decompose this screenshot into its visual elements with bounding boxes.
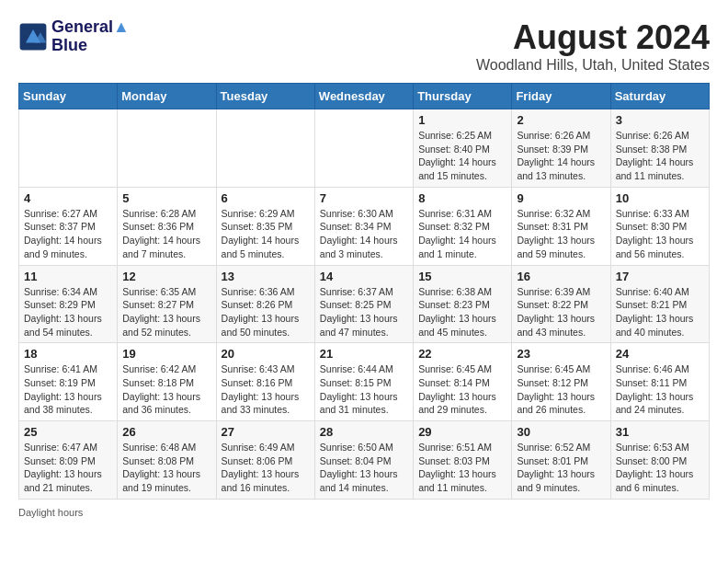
day-info: Sunrise: 6:39 AMSunset: 8:22 PMDaylight:…: [517, 285, 605, 339]
calendar-cell: 19Sunrise: 6:42 AMSunset: 8:18 PMDayligh…: [118, 343, 216, 421]
day-info: Sunrise: 6:47 AMSunset: 8:09 PMDaylight:…: [24, 441, 112, 495]
calendar-cell: [216, 109, 314, 188]
day-number: 11: [24, 270, 112, 283]
calendar-cell: 5Sunrise: 6:28 AMSunset: 8:36 PMDaylight…: [118, 187, 216, 265]
day-number: 19: [122, 347, 210, 361]
day-number: 20: [222, 347, 310, 361]
day-number: 14: [320, 270, 408, 283]
calendar-cell: 26Sunrise: 6:48 AMSunset: 8:08 PMDayligh…: [118, 421, 216, 500]
calendar-cell: 18Sunrise: 6:41 AMSunset: 8:19 PMDayligh…: [19, 343, 118, 421]
day-info: Sunrise: 6:37 AMSunset: 8:25 PMDaylight:…: [320, 285, 408, 339]
day-info: Sunrise: 6:45 AMSunset: 8:14 PMDaylight:…: [418, 362, 506, 417]
day-info: Sunrise: 6:30 AMSunset: 8:34 PMDaylight:…: [320, 207, 408, 261]
calendar-header-friday: Friday: [512, 84, 610, 109]
day-info: Sunrise: 6:33 AMSunset: 8:30 PMDaylight:…: [616, 207, 704, 261]
footer-note: Daylight hours: [18, 507, 710, 518]
calendar-cell: 16Sunrise: 6:39 AMSunset: 8:22 PMDayligh…: [512, 265, 610, 343]
day-number: 1: [418, 113, 506, 127]
day-number: 15: [418, 270, 506, 283]
day-number: 21: [320, 347, 408, 361]
day-info: Sunrise: 6:52 AMSunset: 8:01 PMDaylight:…: [517, 441, 605, 495]
day-info: Sunrise: 6:26 AMSunset: 8:38 PMDaylight:…: [616, 129, 704, 183]
calendar-header-saturday: Saturday: [610, 84, 709, 109]
day-info: Sunrise: 6:32 AMSunset: 8:31 PMDaylight:…: [517, 207, 605, 261]
calendar-cell: 10Sunrise: 6:33 AMSunset: 8:30 PMDayligh…: [610, 187, 709, 265]
calendar-cell: 2Sunrise: 6:26 AMSunset: 8:39 PMDaylight…: [512, 109, 610, 188]
day-info: Sunrise: 6:29 AMSunset: 8:35 PMDaylight:…: [222, 207, 310, 261]
day-info: Sunrise: 6:51 AMSunset: 8:03 PMDaylight:…: [418, 441, 506, 495]
calendar-cell: 29Sunrise: 6:51 AMSunset: 8:03 PMDayligh…: [414, 421, 512, 500]
day-info: Sunrise: 6:41 AMSunset: 8:19 PMDaylight:…: [24, 362, 112, 417]
day-info: Sunrise: 6:49 AMSunset: 8:06 PMDaylight:…: [222, 441, 310, 495]
calendar-cell: 31Sunrise: 6:53 AMSunset: 8:00 PMDayligh…: [610, 421, 709, 500]
day-number: 5: [122, 191, 210, 205]
logo-text: General▲ Blue: [51, 18, 130, 55]
calendar-cell: 9Sunrise: 6:32 AMSunset: 8:31 PMDaylight…: [512, 187, 610, 265]
main-title: August 2024: [476, 18, 710, 57]
day-number: 30: [517, 425, 605, 439]
day-number: 26: [122, 425, 210, 439]
day-number: 22: [418, 347, 506, 361]
logo: General▲ Blue: [18, 18, 130, 55]
day-info: Sunrise: 6:25 AMSunset: 8:40 PMDaylight:…: [418, 129, 506, 183]
day-info: Sunrise: 6:31 AMSunset: 8:32 PMDaylight:…: [418, 207, 506, 261]
calendar-cell: 7Sunrise: 6:30 AMSunset: 8:34 PMDaylight…: [314, 187, 413, 265]
calendar-header-thursday: Thursday: [414, 84, 512, 109]
calendar-header-tuesday: Tuesday: [216, 84, 314, 109]
day-number: 24: [616, 347, 704, 361]
calendar-cell: 24Sunrise: 6:46 AMSunset: 8:11 PMDayligh…: [610, 343, 709, 421]
calendar-cell: 20Sunrise: 6:43 AMSunset: 8:16 PMDayligh…: [216, 343, 314, 421]
day-info: Sunrise: 6:53 AMSunset: 8:00 PMDaylight:…: [616, 441, 704, 495]
day-number: 4: [24, 191, 112, 205]
calendar-week-4: 25Sunrise: 6:47 AMSunset: 8:09 PMDayligh…: [19, 421, 710, 500]
day-info: Sunrise: 6:36 AMSunset: 8:26 PMDaylight:…: [222, 285, 310, 339]
calendar-week-3: 18Sunrise: 6:41 AMSunset: 8:19 PMDayligh…: [19, 343, 710, 421]
day-info: Sunrise: 6:42 AMSunset: 8:18 PMDaylight:…: [122, 362, 210, 417]
day-info: Sunrise: 6:44 AMSunset: 8:15 PMDaylight:…: [320, 362, 408, 417]
day-number: 6: [222, 191, 310, 205]
calendar-header-sunday: Sunday: [19, 84, 118, 109]
title-area: August 2024 Woodland Hills, Utah, United…: [476, 18, 710, 74]
calendar-cell: 22Sunrise: 6:45 AMSunset: 8:14 PMDayligh…: [414, 343, 512, 421]
calendar-cell: 11Sunrise: 6:34 AMSunset: 8:29 PMDayligh…: [19, 265, 118, 343]
day-number: 28: [320, 425, 408, 439]
day-info: Sunrise: 6:28 AMSunset: 8:36 PMDaylight:…: [122, 207, 210, 261]
calendar-header-wednesday: Wednesday: [314, 84, 413, 109]
day-info: Sunrise: 6:43 AMSunset: 8:16 PMDaylight:…: [222, 362, 310, 417]
calendar-header-row: SundayMondayTuesdayWednesdayThursdayFrid…: [19, 84, 710, 109]
day-number: 3: [616, 113, 704, 127]
calendar-cell: 14Sunrise: 6:37 AMSunset: 8:25 PMDayligh…: [314, 265, 413, 343]
calendar-cell: [118, 109, 216, 188]
day-number: 18: [24, 347, 112, 361]
day-info: Sunrise: 6:50 AMSunset: 8:04 PMDaylight:…: [320, 441, 408, 495]
header: General▲ Blue August 2024 Woodland Hills…: [18, 18, 710, 74]
calendar-cell: 28Sunrise: 6:50 AMSunset: 8:04 PMDayligh…: [314, 421, 413, 500]
calendar-cell: 30Sunrise: 6:52 AMSunset: 8:01 PMDayligh…: [512, 421, 610, 500]
calendar-header-monday: Monday: [118, 84, 216, 109]
calendar-cell: 27Sunrise: 6:49 AMSunset: 8:06 PMDayligh…: [216, 421, 314, 500]
day-number: 23: [517, 347, 605, 361]
day-info: Sunrise: 6:48 AMSunset: 8:08 PMDaylight:…: [122, 441, 210, 495]
calendar-cell: 21Sunrise: 6:44 AMSunset: 8:15 PMDayligh…: [314, 343, 413, 421]
day-number: 17: [616, 270, 704, 283]
calendar-cell: 25Sunrise: 6:47 AMSunset: 8:09 PMDayligh…: [19, 421, 118, 500]
calendar-cell: 1Sunrise: 6:25 AMSunset: 8:40 PMDaylight…: [414, 109, 512, 188]
day-number: 16: [517, 270, 605, 283]
day-number: 13: [222, 270, 310, 283]
day-number: 7: [320, 191, 408, 205]
calendar: SundayMondayTuesdayWednesdayThursdayFrid…: [18, 83, 710, 500]
day-number: 31: [616, 425, 704, 439]
calendar-cell: 3Sunrise: 6:26 AMSunset: 8:38 PMDaylight…: [610, 109, 709, 188]
calendar-cell: [314, 109, 413, 188]
day-info: Sunrise: 6:34 AMSunset: 8:29 PMDaylight:…: [24, 285, 112, 339]
day-info: Sunrise: 6:27 AMSunset: 8:37 PMDaylight:…: [24, 207, 112, 261]
calendar-cell: 4Sunrise: 6:27 AMSunset: 8:37 PMDaylight…: [19, 187, 118, 265]
day-number: 9: [517, 191, 605, 205]
day-number: 10: [616, 191, 704, 205]
day-info: Sunrise: 6:45 AMSunset: 8:12 PMDaylight:…: [517, 362, 605, 417]
calendar-cell: 17Sunrise: 6:40 AMSunset: 8:21 PMDayligh…: [610, 265, 709, 343]
day-number: 29: [418, 425, 506, 439]
day-info: Sunrise: 6:38 AMSunset: 8:23 PMDaylight:…: [418, 285, 506, 339]
day-number: 8: [418, 191, 506, 205]
calendar-cell: [19, 109, 118, 188]
